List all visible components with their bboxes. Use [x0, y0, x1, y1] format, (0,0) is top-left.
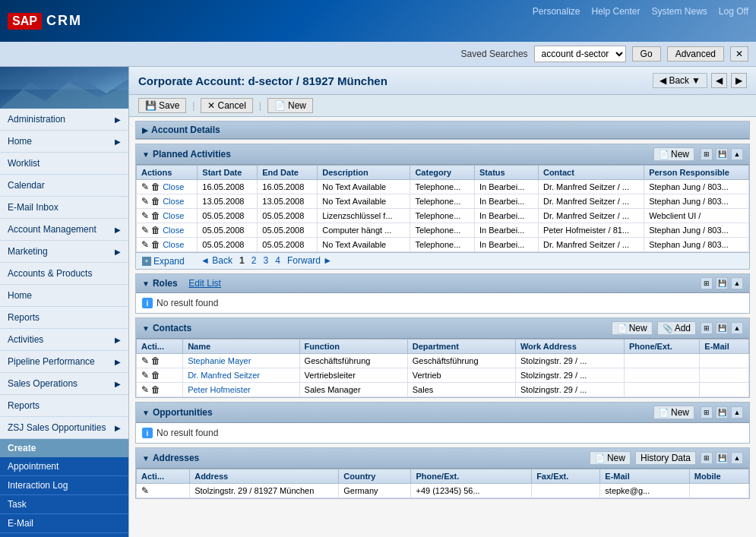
opportunities-header[interactable]: ▼ Opportunities 📄 New ⊞ 💾 ▲	[136, 403, 749, 423]
sidebar-item-home2[interactable]: Home	[0, 285, 128, 307]
edit-icon[interactable]: ✎	[141, 384, 149, 395]
sidebar-item-email-inbox[interactable]: E-Mail Inbox	[0, 197, 128, 219]
section-icon-2[interactable]: 💾	[716, 322, 728, 334]
page-2[interactable]: 2	[249, 255, 259, 266]
section-icon-3[interactable]: ▲	[731, 322, 743, 334]
roles-header[interactable]: ▼ Roles Edit List ⊞ 💾 ▲	[136, 274, 749, 293]
section-icon-2[interactable]: 💾	[716, 277, 728, 289]
search-extra-button[interactable]: ✕	[730, 46, 748, 62]
roles-edit-list-button[interactable]: Edit List	[188, 278, 221, 289]
sidebar-label: Calendar	[8, 180, 45, 191]
delete-icon[interactable]: 🗑	[151, 196, 160, 207]
section-icon-3[interactable]: ▲	[731, 406, 743, 419]
table-row: ✎ 🗑 Stephanie Mayer Geschäftsführung Ges…	[137, 354, 749, 368]
go-button[interactable]: Go	[632, 46, 661, 62]
nav-prev-button[interactable]: ◀	[711, 73, 727, 88]
name-cell[interactable]: Stephanie Mayer	[183, 354, 299, 368]
page-1[interactable]: 1	[237, 255, 247, 266]
section-icon-1[interactable]: ⊞	[701, 406, 713, 419]
help-center-link[interactable]: Help Center	[591, 6, 640, 17]
edit-icon[interactable]: ✎	[141, 210, 149, 221]
sidebar-item-zsj-sales[interactable]: ZSJ Sales Opportunities ▶	[0, 417, 128, 439]
page-back[interactable]: ◄ Back	[198, 255, 235, 266]
sidebar-item-account-management[interactable]: Account Management ▶	[0, 219, 128, 241]
section-icon-1[interactable]: ⊞	[701, 277, 713, 289]
edit-icon[interactable]: ✎	[141, 225, 149, 235]
contacts-header[interactable]: ▼ Contacts 📄 New 📎 Add ⊞ 💾 ▲	[136, 318, 749, 339]
section-icon-2[interactable]: 💾	[716, 452, 728, 464]
edit-icon[interactable]: ✎	[141, 196, 149, 207]
create-contact[interactable]: Contact	[0, 533, 128, 537]
planned-activities-new-button[interactable]: 📄 New	[653, 147, 694, 161]
system-news-link[interactable]: System News	[652, 6, 707, 17]
create-task[interactable]: Task	[0, 495, 128, 514]
col-country: Country	[339, 469, 411, 484]
cancel-button[interactable]: ✕ Cancel	[201, 98, 252, 113]
saved-searches-select[interactable]: account d-sector	[534, 46, 626, 62]
sidebar-item-sales-operations[interactable]: Sales Operations ▶	[0, 373, 128, 395]
section-icon-3[interactable]: ▲	[731, 148, 743, 160]
address-cell: Stolzingstr. 29 / ...	[515, 368, 624, 383]
personalize-link[interactable]: Personalize	[533, 6, 580, 17]
edit-icon[interactable]: ✎	[141, 355, 149, 366]
delete-icon[interactable]: 🗑	[151, 355, 160, 366]
page-forward[interactable]: Forward ►	[285, 255, 334, 266]
edit-icon[interactable]: ✎	[141, 239, 149, 250]
close-link[interactable]: Close	[163, 226, 184, 235]
delete-icon[interactable]: 🗑	[151, 239, 160, 250]
sidebar-item-accounts-products[interactable]: Accounts & Products	[0, 263, 128, 285]
sidebar-item-worklist[interactable]: Worklist	[0, 153, 128, 175]
sidebar-item-reports1[interactable]: Reports	[0, 307, 128, 329]
advanced-button[interactable]: Advanced	[667, 46, 724, 62]
account-details-header[interactable]: ▶ Account Details	[136, 122, 749, 139]
sidebar-item-calendar[interactable]: Calendar	[0, 175, 128, 197]
addresses-history-button[interactable]: History Data	[635, 451, 696, 465]
contacts-add-button[interactable]: 📎 Add	[657, 321, 696, 335]
create-interaction-log[interactable]: Interaction Log	[0, 476, 128, 495]
close-link[interactable]: Close	[163, 240, 184, 249]
page-4[interactable]: 4	[273, 255, 283, 266]
section-icon-3[interactable]: ▲	[731, 277, 743, 289]
sidebar-item-pipeline-performance[interactable]: Pipeline Performance ▶	[0, 351, 128, 373]
delete-icon[interactable]: 🗑	[151, 370, 160, 381]
planned-activities-header[interactable]: ▼ Planned Activities 📄 New ⊞ 💾 ▲	[136, 144, 749, 165]
close-link[interactable]: Close	[163, 211, 184, 220]
create-appointment[interactable]: Appointment	[0, 457, 128, 476]
create-email[interactable]: E-Mail	[0, 514, 128, 533]
info-icon: i	[142, 428, 153, 438]
section-icon-3[interactable]: ▲	[731, 452, 743, 464]
sidebar-item-administration[interactable]: Administration ▶	[0, 109, 128, 131]
delete-icon[interactable]: 🗑	[151, 384, 160, 395]
edit-icon[interactable]: ✎	[141, 485, 149, 496]
name-cell[interactable]: Peter Hofmeister	[183, 383, 299, 397]
opportunities-new-button[interactable]: 📄 New	[653, 406, 694, 419]
expand-link[interactable]: Expand	[153, 256, 185, 267]
sidebar-item-marketing[interactable]: Marketing ▶	[0, 241, 128, 263]
section-icon-2[interactable]: 💾	[716, 148, 728, 160]
log-off-link[interactable]: Log Off	[719, 6, 748, 17]
edit-icon[interactable]: ✎	[141, 182, 149, 192]
section-icon-1[interactable]: ⊞	[701, 148, 713, 160]
save-button[interactable]: 💾 Save	[138, 98, 186, 113]
section-icon-1[interactable]: ⊞	[701, 322, 713, 334]
delete-icon[interactable]: 🗑	[151, 182, 160, 192]
nav-next-button[interactable]: ▶	[731, 73, 747, 88]
new-button[interactable]: 📄 New	[267, 98, 313, 113]
page-3[interactable]: 3	[261, 255, 271, 266]
addresses-new-button[interactable]: 📄 New	[590, 451, 631, 465]
name-cell[interactable]: Dr. Manfred Seitzer	[183, 368, 299, 383]
edit-icon[interactable]: ✎	[141, 370, 149, 381]
sidebar-item-activities[interactable]: Activities ▶	[0, 329, 128, 351]
sidebar-item-reports2[interactable]: Reports	[0, 395, 128, 417]
back-button[interactable]: ◀ Back ▼	[653, 73, 707, 88]
section-icon-1[interactable]: ⊞	[701, 452, 713, 464]
delete-icon[interactable]: 🗑	[151, 225, 160, 235]
contacts-new-button[interactable]: 📄 New	[612, 321, 653, 335]
close-link[interactable]: Close	[163, 197, 184, 206]
close-link[interactable]: Close	[163, 182, 184, 191]
delete-icon[interactable]: 🗑	[151, 210, 160, 221]
section-icon-2[interactable]: 💾	[716, 406, 728, 419]
sidebar-item-home1[interactable]: Home ▶	[0, 131, 128, 153]
actions-cell: ✎ 🗑 Close	[137, 238, 198, 252]
addresses-header[interactable]: ▼ Addresses 📄 New History Data ⊞ 💾 ▲	[136, 448, 749, 469]
